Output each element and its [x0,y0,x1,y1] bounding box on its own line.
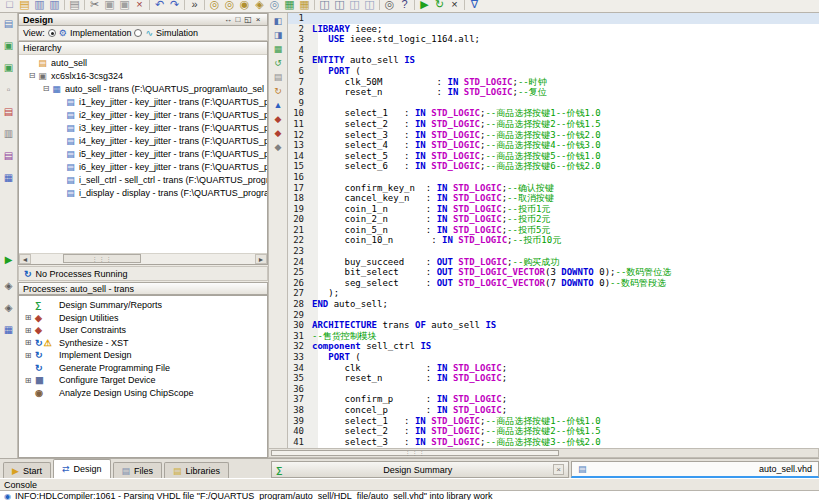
run-process-icon[interactable]: ▶ [1,253,16,267]
process-item[interactable]: ⊞↻⚠Synthesize - XST [19,337,267,350]
code-line[interactable]: 20 coin_2_n : IN STD_LOGIC;--投币2元 [288,214,819,225]
process-settings-icon[interactable]: ◈ [1,279,16,293]
code-line[interactable]: 37 confirm_p : IN STD_LOGIC; [288,394,819,405]
hierarchy-item[interactable]: ▤i4_key_jitter - key_jitter - trans (F:\… [19,134,267,147]
cut-icon[interactable]: ✂ [87,0,102,12]
rerun-icon[interactable]: ↻ [432,0,447,12]
check-syntax-icon[interactable]: ▦ [282,0,297,12]
hierarchy-item[interactable]: ⊟▣xc6slx16-3csg324 [19,69,267,82]
hierarchy-item[interactable]: ▤i1_key_jitter - key_jitter - trans (F:\… [19,95,267,108]
hierarchy-blocks-icon[interactable]: ▫ [1,83,16,97]
code-line[interactable]: 38 concel_p : IN STD_LOGIC; [288,405,819,416]
code-line[interactable]: 18 cancel_key_n : IN STD_LOGIC;--取消按键 [288,193,819,204]
code-line[interactable]: 29 [288,310,819,321]
wrench-red-icon[interactable]: ◆ [270,113,286,125]
code-line[interactable]: 41 select_3 : IN STD_LOGIC;--商品选择按键3--价钱… [288,437,819,448]
process-item[interactable]: ↻Generate Programming File [19,362,267,375]
scroll-right-arrow-icon[interactable]: ► [255,254,267,264]
panel-float-icon[interactable]: ↔ [223,15,233,24]
hierarchy-item[interactable]: ▤i3_key_jitter - key_jitter - trans (F:\… [19,121,267,134]
code-line[interactable]: 6 PORT ( [288,66,819,77]
code-line[interactable]: 19 coin_1_n : IN STD_LOGIC;--投币1元 [288,204,819,215]
code-line[interactable]: 22 coin_10_n : IN STD_LOGIC;--投币10元 [288,235,819,246]
process-settings2-icon[interactable]: ◈ [1,301,16,315]
tile-icon[interactable]: ◫ [347,0,362,12]
code-line[interactable]: 1 [288,13,819,24]
tab-design-summary[interactable]: ∑ Design Summary × [271,461,569,478]
expand-icon[interactable]: ⊞ [23,326,33,335]
list-green-icon[interactable]: ▦ [270,43,286,55]
collapse-icon[interactable]: ⊟ [27,71,37,80]
code-line[interactable]: 12 select_3 : IN STD_LOGIC;--商品选择按键3--价钱… [288,130,819,141]
code-line[interactable]: 25 bit_select : OUT STD_LOGIC_VECTOR(3 D… [288,267,819,278]
redo-icon[interactable]: ↷ [167,0,182,12]
report-check-icon[interactable]: ▤ [1,149,16,163]
code-line[interactable]: 21 coin_5_n : IN STD_LOGIC;--投币5元 [288,225,819,236]
code-line[interactable]: 9 [288,98,819,109]
copy-icon[interactable]: ▣ [102,0,117,12]
delete-icon[interactable]: × [132,0,147,12]
code-line[interactable]: 35 reset_n : IN STD_LOGIC; [288,373,819,384]
add-source-icon[interactable]: ▣ [1,39,16,53]
code-line[interactable]: 17 confirm_key_n : IN STD_LOGIC;--确认按键 [288,183,819,194]
zoom-out-icon[interactable]: ◎ [222,0,237,12]
process-item[interactable]: ⊞◈Design Utilities [19,312,267,325]
hierarchy-item[interactable]: ⊟▦auto_sell - trans (F:\QUARTUS_program\… [19,82,267,95]
undo-edit-icon[interactable]: ↺ [270,57,286,69]
process-item[interactable]: ⊞↻Implement Design [19,349,267,362]
hierarchy-hscrollbar[interactable]: ◄ ⋮⋮⋮ ► [19,253,267,264]
wrench-gray-icon[interactable]: ◆ [270,141,286,153]
hierarchy-item[interactable]: ▤auto_sell [19,56,267,69]
code-line[interactable]: 15 select_6 : IN STD_LOGIC;--商品选择按键6--价钱… [288,161,819,172]
code-line[interactable]: 5ENTITY auto_sell IS [288,55,819,66]
view-radio-simulation[interactable] [134,29,142,37]
add-copy-source-icon[interactable]: ▣ [1,61,16,75]
close-icon[interactable]: × [553,464,564,475]
code-line[interactable]: 24 buy_succeed : OUT STD_LOGIC;--购买成功 [288,257,819,268]
list-gray-icon[interactable]: ▤ [270,71,286,83]
panel-close-icon[interactable]: × [253,15,263,24]
edit-icon[interactable]: ▦ [297,0,312,12]
save-icon[interactable]: ▥ [32,0,47,12]
code-line[interactable]: 16 [288,172,819,183]
code-line[interactable]: 30ARCHITECTURE trans OF auto_sell IS [288,320,819,331]
code-line[interactable]: 13 select_4 : IN STD_LOGIC;--商品选择按键4--价钱… [288,140,819,151]
process-item[interactable]: ⊞◈User Constraints [19,324,267,337]
code-line[interactable]: 4 [288,45,819,56]
code-line[interactable]: 33 PORT ( [288,352,819,363]
expand-icon[interactable]: ⊞ [23,376,33,385]
expand-icon[interactable]: ⊞ [23,338,33,347]
clipboard-icon[interactable]: ▥ [1,127,16,141]
window-icons[interactable]: ◫ [317,0,332,12]
hierarchy-item[interactable]: ▤i5_key_jitter - key_jitter - trans (F:\… [19,147,267,160]
process-item[interactable]: ⊞▦Configure Target Device [19,374,267,387]
pan-icon[interactable]: ◎ [267,0,282,12]
goto-line-icon[interactable]: ◧ [270,15,286,27]
expand-icon[interactable]: ⊞ [23,351,33,360]
tab-files[interactable]: ▤Files [113,462,163,478]
code-line[interactable]: 39 select_1 : IN STD_LOGIC;--商品选择按键1--价钱… [288,416,819,427]
new-file-icon[interactable]: □ [2,0,17,12]
close-window-icon[interactable]: ◫ [362,0,377,12]
down-arrow-icon[interactable]: ∇ [467,0,482,12]
overflow-chevron-icon[interactable]: » [187,0,202,12]
code-line[interactable]: 3 USE ieee.std_logic_1164.all; [288,34,819,45]
table-view-icon[interactable]: ▦ [1,171,16,185]
code-editor[interactable]: 12LIBRARY ieee;3 USE ieee.std_logic_1164… [288,13,819,448]
tab-libraries[interactable]: ▤Libraries [164,462,229,478]
hierarchy-item[interactable]: ▤i_display - display - trans (F:\QUARTUS… [19,186,267,199]
code-line[interactable]: 34 clk : IN STD_LOGIC; [288,363,819,374]
print-icon[interactable]: ▤ [67,0,82,12]
hierarchy-item[interactable]: ▤i2_key_jitter - key_jitter - trans (F:\… [19,108,267,121]
close-project-icon[interactable]: ▤ [1,105,16,119]
editor-hscrollbar[interactable]: ⋮⋮⋮ [268,448,819,458]
hierarchy-item[interactable]: ▤i_sell_ctrl - sell_ctrl - trans (F:\QUA… [19,173,267,186]
find-icon[interactable]: ◎ [382,0,397,12]
scroll-left-arrow-icon[interactable]: ◄ [19,254,31,264]
code-line[interactable]: 8 reset_n : IN STD_LOGIC;--复位 [288,87,819,98]
panel-maximize-icon[interactable]: □ [233,15,243,24]
code-line[interactable]: 32component sell_ctrl IS [288,341,819,352]
scroll-track[interactable]: ⋮⋮⋮ [31,254,255,264]
wrench-red2-icon[interactable]: ◆ [270,127,286,139]
bookmark-icon[interactable]: ◨ [270,29,286,41]
